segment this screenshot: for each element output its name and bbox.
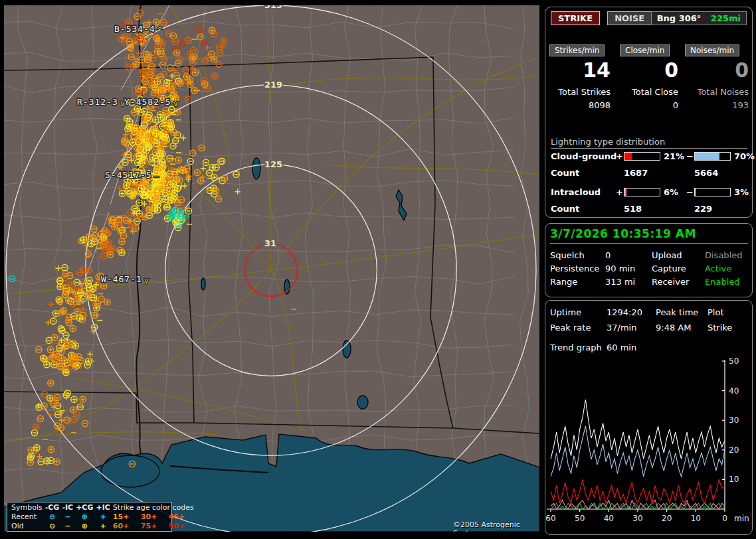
cell-label-B-534-4[interactable]: B-534-4 [114,24,155,34]
trend-series-cg-positive [551,479,725,503]
y-tick-30: 30 [729,416,739,425]
intracloud-label: Intracloud [551,187,601,197]
minus-sign: − [686,187,694,197]
capture-label: Capture [652,264,686,273]
legend-col-cgneg: -CG [44,503,61,512]
plot-mode-value[interactable]: Strike [708,323,732,333]
legend-row-label: Recent [10,512,44,522]
y-tick-50: 50 [729,356,739,366]
ring-label-125: 125 [264,159,282,169]
y-tick-10: 10 [729,475,739,484]
system-datetime: 3/7/2026 10:35:19 AM [550,227,748,244]
legend-symbol-1: − [60,512,74,522]
trend-window-value[interactable]: 60 min [607,343,636,352]
x-tick-10: 10 [691,514,701,523]
nexstorm-window: { "window": { "copyright": "©2005 Astrog… [0,0,756,539]
total-close-label: Total Close [620,87,678,97]
legend-age-75+: 75+ [140,522,167,531]
cell-trend-arrow: – [154,172,159,181]
total-strikes-value: 8098 [549,100,611,110]
lightning-map[interactable]: 31321912531B-534-4^R-312-3vY-4582-5vS-45… [4,5,539,532]
ic-plus-count: 518 [624,204,642,214]
uptime-label: Uptime [550,307,581,317]
total-close-value: 0 [620,100,678,110]
legend-symbol-0: ⊖ [44,522,61,531]
ic-plus-bar [624,188,660,196]
y-tick-20: 20 [729,445,739,455]
trend-series-ic-positive [551,501,725,509]
cell-trend-arrow: v [144,276,149,285]
ic-minus-count: 229 [694,204,712,214]
bearing-readout: Bng 306° 225mi [651,11,747,25]
total-noises-value: 193 [685,100,749,110]
cg-plus-count: 1687 [624,168,648,178]
legend-col-cgpos: +CG [74,503,94,512]
cg-plus-pct: 21% [664,151,684,161]
count-label: Count [551,168,579,178]
peak-rate-label: Peak rate [550,323,591,333]
minus-sign: − [686,151,694,161]
trend-panel: Uptime 1294:20 Peak time Plot Peak rate … [545,300,753,535]
legend-row-label: Old [10,522,44,531]
noise-button[interactable]: NOISE [607,11,652,25]
stats-panel: STRIKE NOISE Bng 306° 225mi Strikes/min … [545,7,753,218]
strike-button[interactable]: STRIKE [551,11,600,25]
legend-age-30+: 30+ [140,512,167,522]
strikes-per-min-chip: Strikes/min [549,44,605,56]
cloud-ground-row: Cloud-ground + 21% − 70% [551,151,750,162]
legend-col-icpos: +IC [94,503,111,512]
range-label: Range [550,277,577,287]
receiver-label: Receiver [652,277,689,287]
plus-sign: + [616,151,623,161]
ic-minus-bar-fill [695,189,696,196]
status-panel: 3/7/2026 10:35:19 AM Squelch 0 Upload Di… [545,223,753,297]
receiver-value: Enabled [705,277,740,287]
legend-symbols-header: Symbols [10,503,44,512]
intracloud-row: Intracloud + 6% − 3% [551,187,750,198]
ring-label-219: 219 [264,80,282,90]
copyright-text: ©2005 Astrogenic Systems [453,520,539,532]
trend-graph: 50403020106050403020100min [545,356,752,534]
trend-series-ic-negative [551,503,725,509]
peak-time-label: Peak time [656,307,698,317]
strikes-per-min-value: 14 [549,59,611,82]
cell-label-S-4517-5[interactable]: S-4517-5 [105,170,152,180]
peak-rate-value: 37/min [607,323,636,333]
y-tick-40: 40 [729,386,739,396]
x-tick-30: 30 [632,514,642,523]
x-tick-20: 20 [662,514,672,523]
legend-age-45+: 45+ [167,512,195,522]
noises-per-min-value: 0 [685,59,749,82]
legend-symbol-2: ⊕ [74,512,94,522]
cell-label-Y-4582-5[interactable]: Y-4582-5 [124,97,171,107]
legend-symbol-2: ⊕ [74,522,94,531]
persistence-value: 90 min [605,264,635,273]
ic-minus-pct: 3% [734,187,749,197]
ring-label-313: 313 [264,5,282,10]
trend-graph-label: Trend graph [550,343,602,352]
total-strikes-label: Total Strikes [549,87,611,97]
close-column: Close/min 0 Total Close 0 [620,43,678,110]
cloud-ground-count-row: Count 1687 5664 [551,168,750,179]
cell-label-W-467-1[interactable]: W-467-1 [101,274,142,284]
total-noises-label: Total Noises [685,87,749,97]
squelch-label: Squelch [550,250,585,260]
legend-symbol-1: − [60,522,74,531]
cell-label-R-312-3[interactable]: R-312-3 [77,97,118,107]
cg-minus-pct: 70% [734,151,755,161]
upload-value: Disabled [705,250,742,260]
plot-label[interactable]: Plot [708,307,724,317]
range-value: 313 mi [605,277,635,287]
distribution-title: Lightning type distribution [551,137,747,149]
ic-plus-bar-fill [624,189,626,196]
cell-trend-arrow: ^ [157,26,162,35]
legend-age-60+: 60+ [112,522,140,531]
squelch-value: 0 [605,250,611,260]
cg-minus-bar-fill [695,153,719,160]
legend-symbol-3: + [94,522,111,531]
x-axis-unit: min [734,514,749,523]
cg-plus-bar-fill [624,153,632,160]
x-tick-40: 40 [604,514,614,523]
trend-series-cg-negative [551,426,725,477]
peak-time-value: 9:48 AM [656,323,691,333]
